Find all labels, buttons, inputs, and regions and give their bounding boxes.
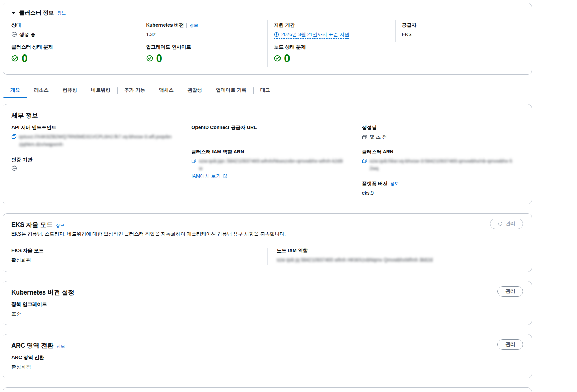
panel-title: 클러스터 정보 bbox=[19, 9, 54, 17]
copy-icon[interactable] bbox=[11, 134, 17, 139]
support-period-link[interactable]: 2026년 3월 21일까지 표준 지원 bbox=[274, 31, 349, 39]
field-value: 1.32 bbox=[146, 31, 261, 38]
version-settings-header: Kubernetes 버전 설정 관리 bbox=[11, 286, 523, 297]
tab-update-history[interactable]: 업데이트 기록 bbox=[209, 84, 253, 98]
field-label: 클러스터 상태 문제 bbox=[11, 44, 133, 50]
field-platform-version: 플랫폼 버전 정보 eks.9 bbox=[362, 181, 514, 196]
field-value: xzw qvb jq 584210937465 wfmh HKWXzvbNqmv… bbox=[277, 256, 514, 264]
field-label: OpenID Connect 공급자 URL bbox=[191, 125, 343, 131]
arc-info-link[interactable]: 정보 bbox=[57, 343, 65, 349]
field-label: 인증 기관 bbox=[11, 157, 173, 163]
details-col-3: 생성됨 몇 초 전 클러스터 ARN xzw:qvb:hkw:vq bbox=[353, 125, 523, 197]
field-label: 생성됨 bbox=[362, 125, 514, 131]
info-circle-icon bbox=[274, 32, 279, 37]
card-title: ARC 영역 전환 bbox=[11, 341, 53, 350]
copy-icon[interactable] bbox=[362, 158, 367, 163]
field-support-period: 지원 기간 2026년 3월 21일까지 표준 지원 bbox=[267, 20, 395, 42]
field-label: 클러스터 ARN bbox=[362, 149, 514, 155]
field-label: API 서버 엔드포인트 bbox=[11, 125, 173, 131]
field-value: 2026년 3월 21일까지 표준 지원 bbox=[274, 31, 388, 39]
tab-bar: 개요 리소스 컴퓨팅 네트워킹 추가 기능 액세스 관찰성 업데이트 기록 태그 bbox=[3, 84, 532, 98]
redacted-node-iam-role: xzw qvb jq 584210937465 wfmh HKWXzvbNqmv… bbox=[277, 256, 433, 264]
tab-access[interactable]: 액세스 bbox=[152, 84, 181, 98]
field-cluster-iam-role-arn: 클러스터 IAM 역할 ARN xzw:qvb:jqn::58421093746… bbox=[191, 149, 343, 179]
status-value: 생성 중 bbox=[19, 31, 35, 38]
manage-arc-button[interactable]: 관리 bbox=[497, 339, 523, 350]
external-link-icon bbox=[223, 174, 228, 179]
tab-observability[interactable]: 관찰성 bbox=[181, 84, 209, 98]
redacted-cluster-arn: xzw:qvb:hkw:vq-bhxsw-3:584210937465:qmvw… bbox=[370, 157, 514, 172]
tab-resources[interactable]: 리소스 bbox=[27, 84, 56, 98]
auto-mode-info-link[interactable]: 정보 bbox=[56, 223, 64, 229]
field-label: 지원 기간 bbox=[274, 22, 388, 28]
field-label: 노드 IAM 역할 bbox=[277, 248, 514, 254]
k8s-version-value: 1.32 bbox=[146, 31, 156, 38]
envelope-encryption-card: 봉투 암호화 정보 관리 암호화 키 AWS 소유 KMS 키 ID bbox=[3, 387, 532, 392]
arc-header: ARC 영역 전환 정보 관리 bbox=[11, 339, 523, 350]
field-label: 정책 업그레이드 bbox=[11, 301, 523, 308]
field-auto-mode: EKS 자율 모드 활성화됨 bbox=[11, 248, 258, 263]
field-upgrade-policy: 정책 업그레이드 표준 bbox=[11, 301, 523, 317]
cluster-info-row-2: 클러스터 상태 문제 0 업그레이드 인사이트 0 노드 bbox=[11, 42, 523, 67]
details-card: 세부 정보 API 서버 엔드포인트 qstuvz://X4K9ZB2WQ7RN… bbox=[3, 104, 532, 204]
in-progress-icon bbox=[11, 32, 17, 37]
field-provider: 공급자 EKS bbox=[395, 20, 524, 42]
field-status: 상태 생성 중 bbox=[11, 20, 140, 42]
field-label: Kubernetes 버전 정보 bbox=[146, 22, 261, 28]
tab-overview[interactable]: 개요 bbox=[3, 84, 27, 98]
kubernetes-version-settings-card: Kubernetes 버전 설정 관리 정책 업그레이드 표준 bbox=[3, 281, 532, 325]
stat-upgrade-insights: 업그레이드 인사이트 0 bbox=[140, 42, 268, 67]
field-label: 클러스터 IAM 역할 ARN bbox=[191, 149, 343, 155]
card-title: 세부 정보 bbox=[11, 111, 38, 120]
field-created: 생성됨 몇 초 전 bbox=[362, 125, 514, 140]
platform-version-info-link[interactable]: 정보 bbox=[391, 181, 399, 187]
field-value: 활성화됨 bbox=[11, 256, 258, 263]
field-api-endpoint: API 서버 엔드포인트 qstuvz://X4K9ZB2WQ7RN5MD31V… bbox=[11, 125, 173, 148]
manage-auto-mode-button[interactable]: 관리 bbox=[490, 219, 523, 229]
stat-count: 0 bbox=[22, 53, 28, 64]
tab-networking[interactable]: 네트워킹 bbox=[84, 84, 117, 98]
auto-mode-col-2: 노드 IAM 역할 xzw qvb jq 584210937465 wfmh H… bbox=[267, 248, 523, 265]
field-value: 활성화됨 bbox=[11, 363, 523, 370]
loading-spinner-icon bbox=[498, 221, 503, 226]
field-label: 노드 상태 문제 bbox=[274, 44, 388, 50]
field-arc-zonal-shift: ARC 영역 전환 활성화됨 bbox=[11, 355, 523, 370]
copy-icon[interactable] bbox=[191, 158, 196, 163]
collapse-caret-icon[interactable] bbox=[11, 11, 16, 15]
stat-cluster-health: 클러스터 상태 문제 0 bbox=[11, 42, 140, 67]
card-title: Kubernetes 버전 설정 bbox=[11, 288, 74, 297]
tab-tags[interactable]: 태그 bbox=[253, 84, 277, 98]
eks-cluster-overview-page: 클러스터 정보 정보 상태 생성 중 Kubernetes 버전 정보 bbox=[3, 3, 532, 392]
field-value: qstuvz://X4K9ZB2WQ7RN5MD31VCPL6HJ.fk7.vq… bbox=[11, 133, 173, 148]
cluster-info-panel: 클러스터 정보 정보 상태 생성 중 Kubernetes 버전 정보 bbox=[3, 3, 532, 75]
details-grid: API 서버 엔드포인트 qstuvz://X4K9ZB2WQ7RN5MD31V… bbox=[11, 125, 523, 197]
field-label: 상태 bbox=[11, 22, 133, 28]
check-circle-icon bbox=[274, 55, 281, 62]
field-label: 플랫폼 버전 정보 bbox=[362, 181, 514, 187]
stat-count: 0 bbox=[156, 53, 162, 64]
k8s-version-info-link[interactable]: 정보 bbox=[190, 23, 198, 28]
tab-addons[interactable]: 추가 기능 bbox=[117, 84, 152, 98]
field-cluster-arn: 클러스터 ARN xzw:qvb:hkw:vq-bhxsw-3:58421093… bbox=[362, 149, 514, 172]
stat-value: 0 bbox=[11, 53, 133, 64]
eks-auto-mode-card: EKS 자율 모드 정보 EKS는 컴퓨팅, 스토리지, 네트워킹에 대한 일상… bbox=[3, 213, 532, 272]
auto-mode-grid: EKS 자율 모드 활성화됨 노드 IAM 역할 xzw qvb jq 5842… bbox=[11, 248, 523, 265]
created-value: 몇 초 전 bbox=[370, 133, 387, 140]
details-header: 세부 정보 bbox=[11, 109, 523, 120]
stat-value: 0 bbox=[274, 53, 388, 64]
field-node-iam-role: 노드 IAM 역할 xzw qvb jq 584210937465 wfmh H… bbox=[277, 248, 514, 264]
field-k8s-version: Kubernetes 버전 정보 1.32 bbox=[140, 20, 268, 42]
view-in-iam-link[interactable]: IAM에서 보기 bbox=[191, 173, 228, 179]
cluster-info-row-1: 상태 생성 중 Kubernetes 버전 정보 1.32 bbox=[11, 20, 523, 42]
provider-value: EKS bbox=[402, 31, 412, 38]
field-value: xzw:qvb:jqn::584210937465:wfmh/hkwxzvbn-… bbox=[191, 157, 343, 172]
tab-compute[interactable]: 컴퓨팅 bbox=[56, 84, 84, 98]
empty-cell bbox=[395, 42, 524, 67]
cluster-info-header: 클러스터 정보 정보 bbox=[11, 9, 523, 17]
auto-mode-col-1: EKS 자율 모드 활성화됨 bbox=[11, 248, 267, 265]
field-value: 생성 중 bbox=[11, 31, 133, 38]
cluster-info-info-link[interactable]: 정보 bbox=[57, 10, 66, 16]
copy-icon[interactable] bbox=[362, 135, 367, 140]
manage-version-button[interactable]: 관리 bbox=[497, 286, 523, 297]
card-title: EKS 자율 모드 bbox=[11, 221, 53, 229]
